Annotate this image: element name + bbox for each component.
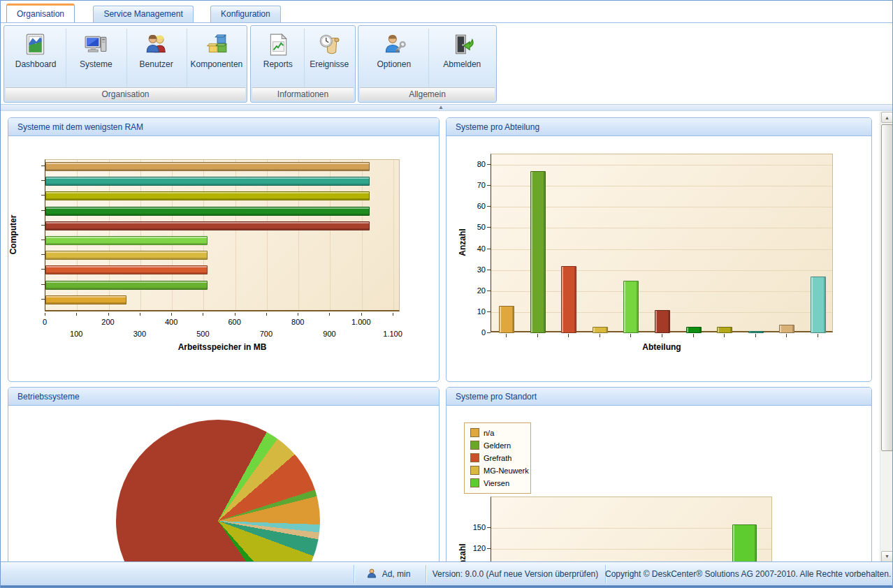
legend-label: Grefrath: [484, 454, 511, 462]
y-axis-title: Computer: [8, 210, 18, 259]
panel-systeme-standort: Systeme pro Standort n/aGeldernGrefrathM…: [446, 387, 872, 561]
x-tick: [171, 313, 172, 316]
y-tick-label: 150: [467, 523, 486, 531]
plot-area: [491, 497, 772, 561]
ribbon-button-label: Komponenten: [187, 59, 247, 69]
legend-item-grefrath: Grefrath: [470, 452, 525, 464]
vertical-scrollbar[interactable]: ▲ ▼: [880, 112, 893, 561]
status-bar: Ad, min Version: 9.0.0 (Auf neue Version…: [1, 561, 892, 585]
ribbon-button-benutzer[interactable]: Benutzer: [126, 27, 187, 87]
clock-scroll-icon: [317, 33, 341, 57]
splitter[interactable]: ▲: [1, 104, 892, 110]
y-tick: [487, 548, 491, 549]
bar: [45, 162, 370, 171]
x-tick: [361, 313, 362, 316]
app-window: OrganisationService ManagementKonfigurat…: [0, 0, 893, 588]
chart-systeme-abteilung: 01020304050607080AbteilungAnzahl: [446, 136, 871, 381]
y-axis-title: Anzahl: [458, 225, 467, 260]
dashboard-icon: [24, 33, 48, 57]
gridline: [491, 528, 771, 529]
x-tick-label: 600: [222, 318, 247, 326]
status-version[interactable]: Version: 9.0.0 (Auf neue Version überprü…: [426, 562, 605, 586]
bar: [45, 207, 370, 216]
bar: [45, 251, 208, 260]
bar: [623, 281, 639, 333]
status-user-label: Ad, min: [382, 569, 411, 579]
y-tick: [487, 206, 491, 207]
content-area: Systeme mit dem wenigsten RAM 0100200300…: [1, 110, 893, 561]
chart-systeme-standort: n/aGeldernGrefrathMG-NeuwerkViersen15012…: [446, 406, 871, 561]
bar: [45, 177, 370, 186]
ribbon-group-label: Allgemein: [360, 87, 495, 101]
y-tick: [41, 180, 45, 181]
y-tick: [487, 249, 491, 249]
y-tick: [487, 311, 491, 312]
y-tick-label: 20: [467, 286, 486, 295]
user-wrench-icon: [382, 33, 406, 57]
ribbon-button-optionen[interactable]: Optionen: [360, 27, 428, 87]
tab-konfiguration[interactable]: Konfiguration: [210, 6, 281, 22]
legend-color-chip: [470, 478, 479, 487]
legend-item-viersen: Viersen: [470, 477, 525, 490]
y-tick: [41, 269, 45, 270]
ribbon-button-label: Systeme: [66, 59, 126, 69]
panel-title: Betriebssysteme: [8, 388, 439, 406]
bar: [811, 277, 826, 333]
panel-systeme-ram: Systeme mit dem wenigsten RAM 0100200300…: [8, 117, 440, 382]
x-tick: [506, 334, 507, 337]
bar: [45, 265, 208, 274]
pie-chart: [116, 420, 320, 561]
bar: [499, 306, 514, 333]
ribbon-button-abmelden[interactable]: Abmelden: [428, 27, 497, 87]
x-tick: [724, 334, 725, 337]
ribbon-button-komponenten[interactable]: Komponenten: [187, 27, 247, 87]
x-tick: [786, 334, 787, 337]
ribbon-button-separator: [66, 29, 66, 87]
ribbon-button-label: Abmelden: [428, 59, 497, 69]
x-axis-title: Arbeitsspeicher in MB: [45, 342, 400, 352]
logout-door-icon: [450, 33, 474, 57]
y-tick: [41, 195, 45, 196]
user-icon: [367, 569, 380, 579]
tab-service-management[interactable]: Service Management: [93, 6, 193, 22]
x-tick: [45, 313, 45, 316]
report-chart-icon: [266, 33, 290, 57]
panel-systeme-abteilung: Systeme pro Abteilung 01020304050607080A…: [446, 117, 872, 382]
x-tick: [600, 334, 600, 337]
x-tick: [537, 334, 538, 337]
scroll-up-button[interactable]: ▲: [881, 112, 893, 123]
panel-title: Systeme mit dem wenigsten RAM: [8, 118, 439, 136]
status-user[interactable]: Ad, min: [367, 562, 410, 586]
tab-organisation[interactable]: Organisation: [6, 3, 75, 22]
chart-systeme-ram: 01002003004005006007008009001.0001.100Ar…: [8, 136, 439, 381]
x-tick-label: 100: [64, 330, 89, 338]
legend-item-geldern: Geldern: [470, 439, 525, 452]
y-tick: [41, 254, 45, 255]
ribbon-button-ereignisse[interactable]: Ereignisse: [304, 27, 356, 87]
scrollbar-thumb[interactable]: [881, 124, 893, 451]
legend-color-chip: [470, 428, 479, 437]
legend-label: Geldern: [484, 441, 511, 450]
x-tick-label: 800: [285, 318, 310, 326]
ribbon-button-dashboard[interactable]: Dashboard: [6, 27, 66, 87]
collapse-arrow-icon[interactable]: ▲: [438, 104, 444, 110]
x-tick: [76, 313, 77, 316]
x-tick: [140, 313, 140, 316]
bar: [45, 281, 208, 290]
y-tick: [41, 299, 45, 300]
bar: [748, 331, 764, 333]
gridline: [491, 165, 832, 166]
status-copyright: Copyright © DeskCenter® Solutions AG 200…: [605, 562, 890, 586]
y-tick-label: 40: [467, 244, 486, 253]
computer-icon: [84, 33, 108, 57]
y-tick: [487, 227, 491, 228]
scroll-down-button[interactable]: ▼: [881, 551, 893, 561]
ribbon-button-reports[interactable]: Reports: [252, 27, 304, 87]
x-tick: [693, 334, 694, 337]
bar: [45, 221, 370, 230]
ribbon-group-informationen: ReportsEreignisseInformationen: [250, 25, 356, 103]
ribbon-button-label: Dashboard: [6, 59, 66, 69]
plot-area: [45, 159, 400, 311]
ribbon-button-systeme[interactable]: Systeme: [66, 27, 126, 87]
bar: [561, 266, 576, 333]
